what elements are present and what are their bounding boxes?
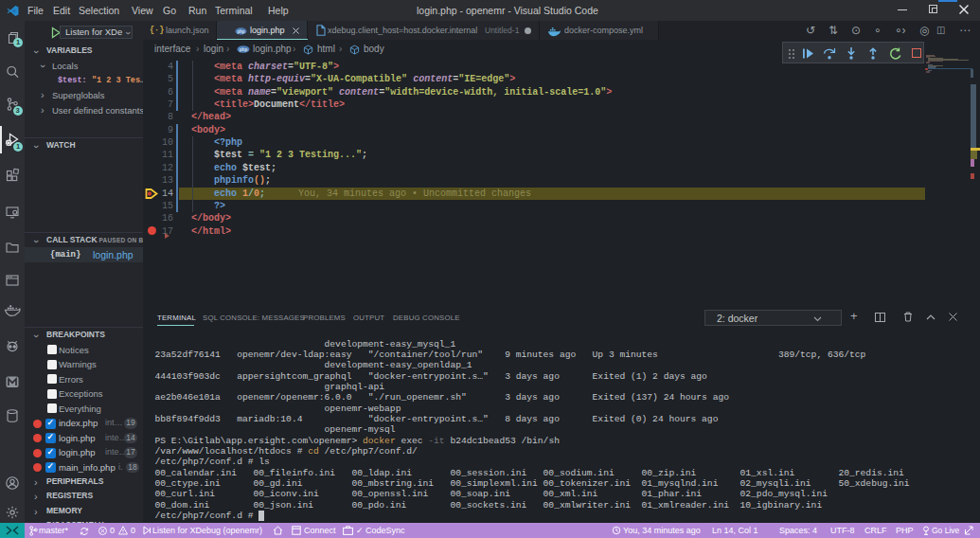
svg-text:php: php xyxy=(240,47,248,52)
svg-text:php: php xyxy=(237,29,244,34)
